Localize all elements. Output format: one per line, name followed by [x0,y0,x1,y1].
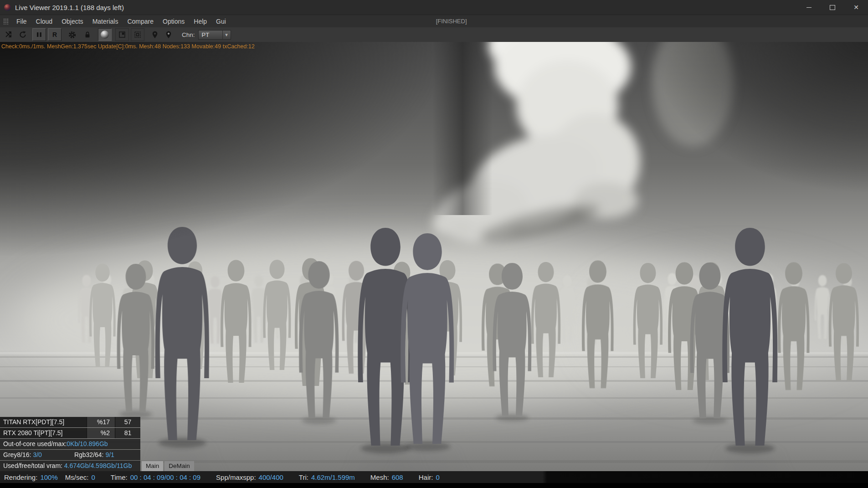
rendering-progress: Rendering:100% [4,473,58,481]
tab-main[interactable]: Main [142,461,163,471]
menu-help[interactable]: Help [189,15,211,28]
rgb-buffers: Rgb32/64: 9/1 [74,451,114,458]
reset-render-label: R [52,31,57,38]
grey-label: Grey8/16: [3,451,31,458]
out-of-core-value: 0Kb/10.896Gb [67,440,108,447]
vignette-top-right [652,42,868,192]
vignette-top-left [0,42,447,256]
maximize-icon [830,5,835,10]
grey-value: 3/0 [33,451,41,458]
mesh-label: Mesh: [370,473,389,481]
rgb-value: 9/1 [105,451,114,458]
channel-dropdown[interactable]: PT ▾ [198,30,231,40]
out-of-core-label: Out-of-core used/max: [3,440,67,447]
vram-label: Used/free/total vram: [3,462,62,469]
maximize-button[interactable] [821,0,844,15]
tab-demain[interactable]: DeMain [164,461,194,471]
time-stat: Time:00 : 04 : 09/00 : 04 : 09 [111,473,200,481]
app-icon[interactable] [4,4,11,11]
gpu-temp: 57 [115,417,140,427]
menu-options[interactable]: Options [158,15,189,28]
render-viewport[interactable]: Check:0ms./1ms. MeshGen:1.375sec Update[… [0,42,868,471]
minimize-button[interactable] [797,0,821,15]
tri-stat: Tri:4.62m/1.599m [299,473,355,481]
reset-render-button[interactable]: R [48,28,62,41]
gpu-load: %2 [87,428,115,438]
gpu-row: RTX 2080 Ti[PT][7.5] %2 81 [0,428,194,438]
vram-row: Used/free/total vram: 4.674Gb/4.598Gb/11… [0,461,140,471]
menu-compare[interactable]: Compare [123,15,158,28]
render-state-label: [FINISHED] [436,18,467,25]
render-image[interactable] [0,42,868,471]
mssec-value: 0 [91,473,95,481]
restart-render-icon [19,31,27,39]
material-ball-icon [101,31,109,39]
mssec-label: Ms/sec: [65,473,89,481]
pause-icon [36,31,42,38]
render-status-bar: Rendering:100% Ms/sec:0 Time:00 : 04 : 0… [0,471,868,483]
channel-label: Chn: [182,31,195,38]
toolbar: R [0,27,868,42]
channel-value: PT [199,31,222,38]
vram-value: 4.674Gb/4.598Gb/11Gb [64,462,132,469]
close-button[interactable]: ✕ [844,0,868,15]
rendering-label: Rendering: [4,473,37,481]
minimize-icon [806,7,812,8]
gear-icon [68,31,77,39]
mesh-stat: Mesh:608 [370,473,403,481]
mssec-stat: Ms/sec:0 [65,473,95,481]
restart-render-button[interactable] [16,28,30,41]
menu-objects[interactable]: Objects [57,15,87,28]
menu-file[interactable]: File [12,15,31,28]
film-region-icon [134,31,142,39]
vram-row-with-tabs: Used/free/total vram: 4.674Gb/4.598Gb/11… [0,460,194,471]
lock-camera-button[interactable] [81,28,94,41]
gpu-temp: 81 [115,428,140,438]
settings-button[interactable] [65,28,79,41]
spp-value: 400/400 [259,473,283,481]
rendering-value: 100% [40,473,57,481]
menu-bar: File Cloud Objects Materials Compare Opt… [0,15,868,27]
send-scene-icon [5,31,13,39]
window-title: Live Viewer 2019.1.1 (188 days left) [15,4,124,11]
menu-gui[interactable]: Gui [211,15,231,28]
hair-stat: Hair:0 [419,473,440,481]
spp-label: Spp/maxspp: [216,473,256,481]
pick-material-button[interactable] [162,28,175,41]
time-label: Time: [111,473,128,481]
send-scene-button[interactable] [2,28,16,41]
pick-material-pin-icon [164,31,173,39]
mesh-value: 608 [392,473,403,481]
mesh-status-line: Check:0ms./1ms. MeshGen:1.375sec Update[… [1,43,255,50]
pick-focus-pin-icon [151,31,159,39]
out-of-core-row: Out-of-core used/max:0Kb/10.896Gb [0,439,140,449]
hair-label: Hair: [419,473,433,481]
menu-materials[interactable]: Materials [88,15,123,28]
tri-label: Tri: [299,473,308,481]
close-icon: ✕ [853,4,859,11]
buffers-row: Grey8/16: 3/0 Rgb32/64: 9/1 [0,450,140,460]
gpu-name: RTX 2080 Ti[PT][7.5] [0,428,87,438]
pick-focus-button[interactable] [148,28,162,41]
spp-stat: Spp/maxspp:400/400 [216,473,283,481]
gpu-stats-overlay: TITAN RTX[PDT][7.5] %17 57 RTX 2080 Ti[P… [0,416,194,471]
material-preview-button[interactable] [98,28,112,41]
time-value: 00 : 04 : 09/00 : 04 : 09 [130,473,200,481]
pause-render-button[interactable] [32,28,46,41]
tri-value: 4.62m/1.599m [311,473,355,481]
chevron-down-icon: ▾ [222,31,231,39]
grey-buffers: Grey8/16: 3/0 [3,450,72,460]
lock-icon [83,31,92,39]
rgb-label: Rgb32/64: [74,451,104,458]
region-render-icon [118,31,126,39]
grip-icon [3,18,9,25]
gpu-name: TITAN RTX[PDT][7.5] [0,417,87,427]
film-region-button[interactable] [131,28,144,41]
gpu-load: %17 [87,417,115,427]
title-bar[interactable]: Live Viewer 2019.1.1 (188 days left) ✕ [0,0,868,15]
hair-value: 0 [436,473,439,481]
region-render-button[interactable] [115,28,129,41]
menu-cloud[interactable]: Cloud [31,15,57,28]
gpu-row: TITAN RTX[PDT][7.5] %17 57 [0,417,194,427]
